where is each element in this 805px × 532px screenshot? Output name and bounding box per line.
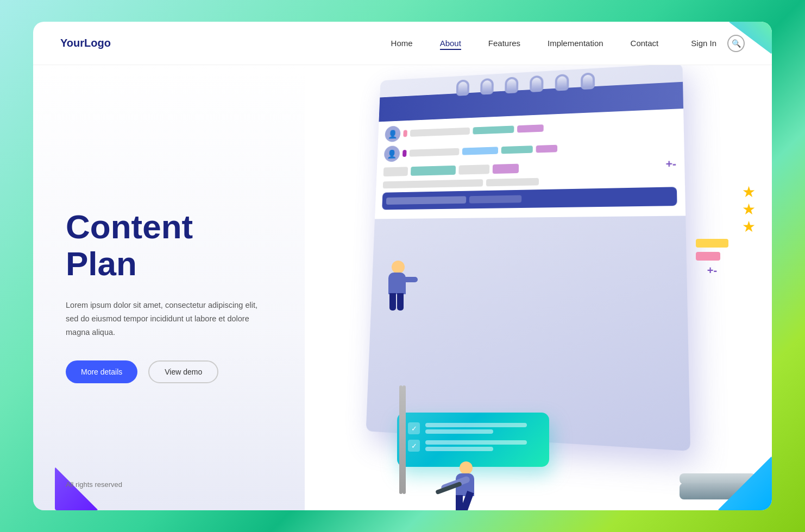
planner-body: 👤 👤: [375, 109, 685, 219]
main-card: YourLogo Home About Features Implementat…: [33, 22, 772, 510]
row-bar-gray-2: [410, 148, 460, 157]
check-item-2: ✓: [408, 440, 538, 452]
search-icon: 🔍: [732, 39, 741, 48]
person-1: [386, 261, 419, 315]
nav-link-implementation[interactable]: Implementation: [548, 39, 603, 48]
small-blocks: +-: [696, 239, 728, 276]
view-demo-button[interactable]: View demo: [148, 360, 218, 383]
check-lines-2: [425, 440, 538, 451]
right-panel: 👤 👤: [294, 65, 772, 510]
p1-leg2: [397, 293, 404, 311]
dark-row-bar-1: [386, 196, 467, 205]
row-bar-purple-2b: [536, 145, 558, 153]
ring-4: [530, 75, 543, 92]
nav-item-contact[interactable]: Contact: [631, 39, 659, 48]
row3-bar-3: [458, 164, 489, 175]
star-2: ★: [742, 202, 756, 217]
avatar-2: 👤: [384, 145, 400, 162]
p1-leg1: [389, 293, 396, 311]
row-bar-purple-1: [517, 124, 544, 132]
ring-2: [480, 78, 494, 95]
check-line-1b: [425, 429, 493, 434]
ring-6: [581, 72, 595, 90]
planner-row-dark: [382, 187, 677, 210]
row-bar-pink-1: [403, 130, 407, 137]
planner-notebook: 👤 👤: [366, 65, 690, 451]
illustration: 👤 👤: [321, 65, 772, 510]
footer-rights: All rights reserved: [66, 480, 122, 489]
row3-bar-4: [493, 163, 519, 174]
small-block-pink: [696, 252, 720, 261]
p1-head: [392, 261, 405, 274]
plus-icon: +-: [665, 158, 676, 171]
checklist-card: ✓ ✓: [397, 413, 549, 467]
navbar: YourLogo Home About Features Implementat…: [33, 22, 772, 65]
main-content: Content Plan Lorem ipsum dolor sit amet,…: [33, 65, 772, 510]
row-bar-gray-1: [410, 128, 470, 137]
star-1: ★: [742, 185, 756, 200]
check-lines-1: [425, 423, 538, 434]
nav-link-home[interactable]: Home: [391, 39, 413, 48]
avatar-1: 👤: [385, 126, 401, 142]
nav-link-contact[interactable]: Contact: [631, 39, 659, 48]
small-plus-icon: +-: [696, 265, 728, 276]
checkbox-1: ✓: [408, 422, 420, 434]
stars-group: ★ ★ ★: [742, 185, 756, 235]
row4-bar-1: [383, 179, 483, 188]
row-bar-teal-2: [501, 145, 533, 154]
nav-link-features[interactable]: Features: [488, 39, 520, 48]
nav-right: Sign In 🔍: [691, 35, 745, 52]
ring-5: [555, 74, 569, 91]
platform-top: [680, 473, 756, 484]
search-button[interactable]: 🔍: [727, 35, 745, 52]
check-line-2b: [425, 447, 493, 451]
ladder-side-left: [402, 385, 406, 494]
checkbox-2: ✓: [408, 440, 420, 452]
check-line-1a: [425, 423, 527, 427]
nav-item-home[interactable]: Home: [391, 39, 413, 48]
dark-row-bar-2: [469, 195, 522, 204]
p2-head: [460, 461, 473, 474]
nav-links: Home About Features Implementation Conta…: [391, 39, 659, 48]
row4-bar-2: [486, 178, 539, 187]
row3-bar-1: [383, 167, 408, 176]
ladder-side-right: [399, 385, 402, 494]
p1-body: [388, 273, 406, 294]
p1-arm: [401, 277, 418, 282]
logo: YourLogo: [60, 37, 111, 49]
ring-3: [505, 77, 518, 93]
nav-item-features[interactable]: Features: [488, 39, 520, 48]
check-line-2a: [425, 440, 527, 445]
check-item-1: ✓: [408, 422, 538, 434]
nav-link-about[interactable]: About: [440, 39, 461, 50]
ring-1: [456, 79, 470, 96]
button-row: More details View demo: [66, 360, 267, 383]
row3-bar-2: [411, 165, 456, 175]
nav-item-about[interactable]: About: [440, 39, 461, 48]
left-panel: Content Plan Lorem ipsum dolor sit amet,…: [33, 65, 294, 510]
nav-item-implementation[interactable]: Implementation: [548, 39, 603, 48]
hero-title: Content Plan: [66, 208, 267, 282]
row-bar-teal-1: [473, 125, 514, 134]
row-bar-blue-2: [462, 147, 498, 155]
small-block-yellow: [696, 239, 728, 248]
row-bar-purple-2: [402, 150, 407, 157]
star-3: ★: [742, 219, 756, 235]
planner-row-4: [383, 175, 677, 188]
more-details-button[interactable]: More details: [66, 360, 137, 383]
hero-description: Lorem ipsum dolor sit amet, consectetur …: [66, 299, 267, 339]
sign-in-link[interactable]: Sign In: [691, 39, 716, 48]
